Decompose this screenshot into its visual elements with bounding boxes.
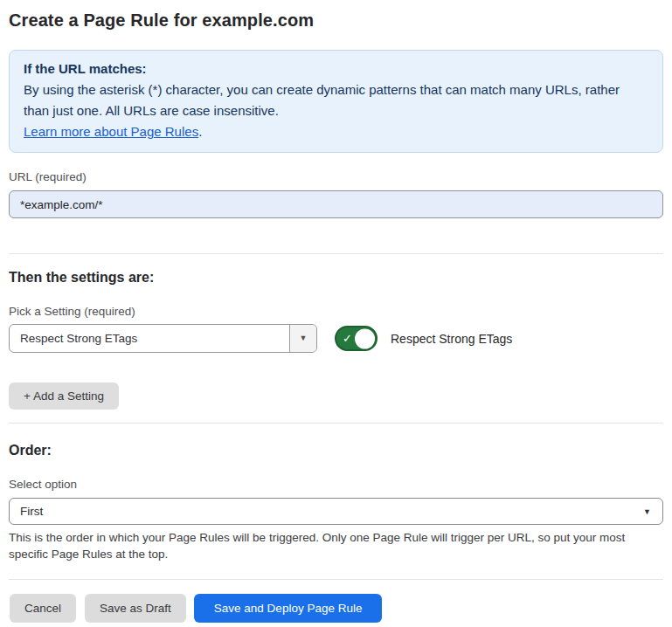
order-helper-text: This is the order in which your Page Rul… [9,529,660,562]
save-as-draft-button[interactable]: Save as Draft [85,594,186,623]
etags-toggle[interactable]: ✓ [335,326,378,351]
select-option-label: Select option [9,478,663,491]
url-matches-info-box: If the URL matches: By using the asteris… [9,50,663,153]
link-suffix: . [198,124,202,139]
chevron-down-icon: ▼ [643,507,651,515]
info-box-heading: If the URL matches: [24,59,648,79]
pick-setting-label: Pick a Setting (required) [9,305,663,318]
order-select-value: First [20,505,43,518]
add-setting-button[interactable]: + Add a Setting [9,382,119,410]
divider [9,253,663,254]
chevron-down-icon: ▼ [300,334,308,342]
learn-more-link[interactable]: Learn more about Page Rules [24,124,198,139]
divider [9,423,663,424]
toggle-label: Respect Strong ETags [391,332,512,346]
toggle-knob [355,328,375,348]
check-icon: ✓ [343,333,352,344]
info-box-body: By using the asterisk (*) character, you… [24,79,648,121]
url-input[interactable] [9,190,663,218]
page-rule-form: Create a Page Rule for example.com If th… [0,10,672,623]
setting-dropdown-value: Respect Strong ETags [10,325,289,352]
info-box-link-line: Learn more about Page Rules. [24,121,648,142]
settings-section-heading: Then the settings are: [9,269,663,286]
setting-dropdown[interactable]: Respect Strong ETags ▼ [9,324,317,353]
cancel-button[interactable]: Cancel [10,594,76,623]
url-label: URL (required) [9,170,663,183]
setting-row: Respect Strong ETags ▼ ✓ Respect Strong … [9,324,663,353]
divider [9,579,663,580]
save-and-deploy-button[interactable]: Save and Deploy Page Rule [194,594,383,623]
setting-dropdown-arrow-button[interactable]: ▼ [289,325,316,352]
order-section-heading: Order: [9,442,663,458]
page-title: Create a Page Rule for example.com [9,10,663,31]
footer-actions: Cancel Save as Draft Save and Deploy Pag… [9,594,663,623]
order-select[interactable]: First ▼ [9,498,663,525]
